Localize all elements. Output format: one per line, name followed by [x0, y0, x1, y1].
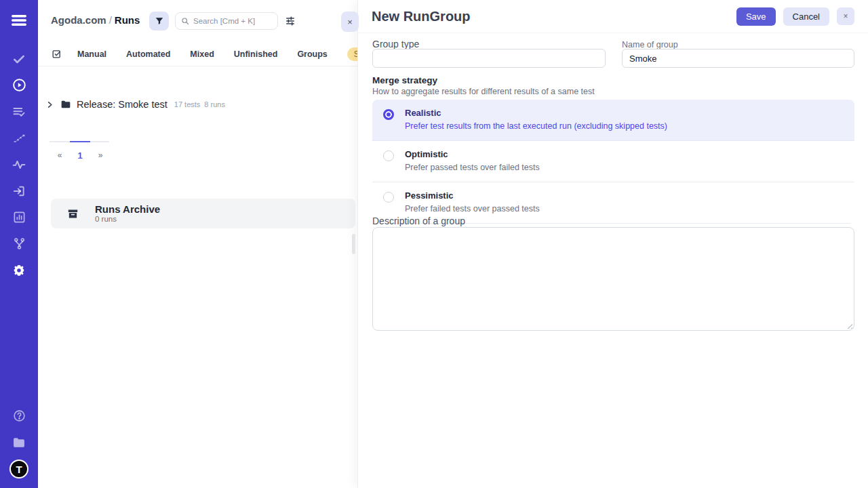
option-optimistic[interactable]: Optimistic Prefer passed tests over fail…	[372, 141, 854, 182]
pagination-track	[50, 141, 109, 142]
archive-box-icon	[67, 208, 79, 220]
bar-chart-icon[interactable]	[5, 204, 33, 230]
list-check-icon[interactable]	[5, 98, 33, 125]
tab-manual[interactable]: Manual	[77, 49, 106, 59]
name-of-group-label: Name of group	[622, 40, 678, 49]
folder-icon	[60, 99, 71, 110]
branch-icon[interactable]	[5, 230, 33, 257]
gear-icon[interactable]	[5, 257, 33, 283]
group-type-input[interactable]	[372, 49, 606, 68]
description-label: Description of a group	[372, 216, 465, 226]
pagination-active-indicator	[70, 141, 90, 142]
avatar[interactable]: T	[9, 460, 28, 479]
folder-icon[interactable]	[5, 429, 33, 455]
panel-header: New RunGroup Save Cancel ×	[358, 0, 868, 33]
runs-count: 8 runs	[204, 100, 225, 108]
drawer-resize-handle[interactable]	[352, 234, 355, 254]
merge-strategy-options: Realistic Prefer test results from the l…	[372, 100, 854, 224]
pulse-icon[interactable]	[5, 151, 33, 178]
save-button[interactable]: Save	[736, 7, 776, 26]
close-icon[interactable]: ×	[837, 7, 854, 25]
chevron-right-icon[interactable]	[46, 101, 54, 108]
pagination-page-1[interactable]: 1	[70, 148, 90, 163]
tab-mixed[interactable]: Mixed	[190, 49, 214, 59]
merge-strategy-label: Merge strategy	[372, 75, 437, 85]
select-all-icon[interactable]	[52, 49, 62, 59]
name-of-group-input[interactable]	[622, 49, 854, 68]
funnel-icon	[155, 16, 164, 26]
tab-groups[interactable]: Groups	[297, 49, 327, 59]
breadcrumb: Agoda.com/Runs	[51, 14, 140, 26]
hamburger-menu-icon[interactable]	[5, 7, 33, 33]
import-icon[interactable]	[5, 178, 33, 204]
breadcrumb-page: Runs	[115, 14, 140, 26]
option-title: Realistic	[405, 108, 667, 119]
search-input[interactable]	[193, 17, 272, 25]
option-description: Prefer test results from the last execut…	[405, 121, 667, 131]
tests-count: 17 tests	[174, 100, 201, 108]
breadcrumb-project[interactable]: Agoda.com	[51, 14, 106, 26]
radio-unselected-icon[interactable]	[383, 150, 394, 161]
pagination-next[interactable]: »	[90, 148, 111, 163]
archive-subtitle: 0 runs	[95, 215, 160, 224]
tab-unfinished[interactable]: Unfinished	[234, 49, 278, 59]
play-circle-icon[interactable]	[5, 72, 33, 98]
sliders-icon[interactable]	[285, 16, 296, 26]
pagination-prev[interactable]: «	[50, 148, 70, 163]
drawer-close-button[interactable]: ×	[341, 12, 359, 32]
breadcrumb-separator: /	[106, 14, 115, 26]
tab-automated[interactable]: Automated	[126, 49, 170, 59]
app-sidebar: T	[0, 0, 38, 488]
run-group-title[interactable]: Release: Smoke test	[77, 99, 167, 110]
option-title: Optimistic	[405, 149, 540, 160]
check-icon[interactable]	[5, 45, 33, 72]
pagination: « 1 »	[50, 148, 111, 163]
filter-tabs-row: Manual Automated Mixed Unfinished Groups…	[38, 42, 357, 66]
filter-button[interactable]	[149, 12, 169, 30]
archive-title: Runs Archive	[95, 203, 160, 215]
cancel-button[interactable]: Cancel	[783, 7, 829, 26]
left-panel-header: Agoda.com/Runs	[38, 0, 357, 42]
option-description: Prefer passed tests over failed tests	[405, 163, 540, 173]
help-icon[interactable]	[5, 403, 33, 429]
search-box[interactable]	[175, 12, 278, 30]
option-title: Pessimistic	[405, 190, 540, 201]
merge-strategy-hint: How to aggregate results for different r…	[372, 87, 595, 96]
page-title: New RunGroup	[372, 9, 471, 24]
search-icon	[181, 17, 189, 25]
option-description: Prefer failed tests over passed tests	[405, 204, 540, 214]
new-rungroup-panel: New RunGroup Save Cancel × Group type Na…	[357, 0, 868, 488]
radio-unselected-icon[interactable]	[383, 192, 394, 203]
runs-list-panel: Agoda.com/Runs Manual Automated Mixed Un…	[38, 0, 357, 488]
group-type-label: Group type	[372, 39, 419, 49]
steps-icon[interactable]	[5, 125, 33, 151]
option-realistic[interactable]: Realistic Prefer test results from the l…	[372, 100, 854, 141]
runs-archive-row[interactable]: Runs Archive 0 runs	[51, 199, 355, 228]
description-textarea[interactable]	[372, 227, 854, 331]
run-group-row[interactable]: Release: Smoke test 17 tests 8 runs	[46, 96, 229, 113]
radio-selected-icon[interactable]	[383, 109, 394, 120]
